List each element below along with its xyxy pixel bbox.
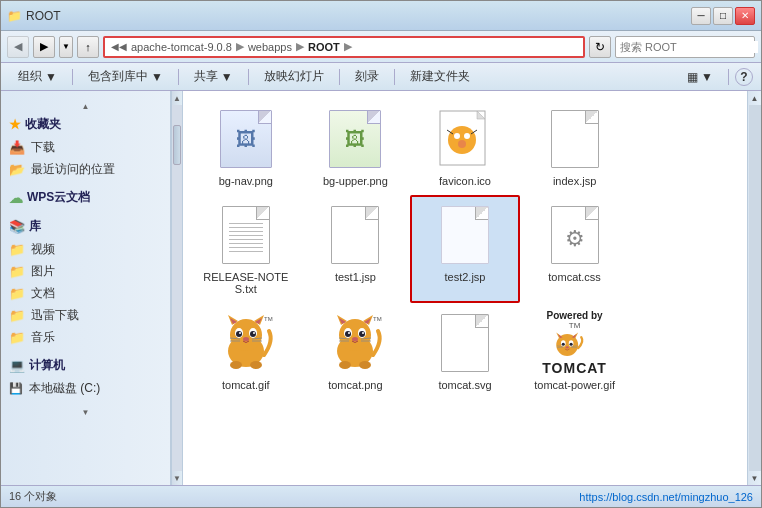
folder-title-icon: 📁 — [7, 9, 22, 23]
view-dropdown-icon: ▼ — [701, 70, 713, 84]
powered-container: Powered by TM — [542, 310, 607, 376]
search-box[interactable]: 🔍 — [615, 36, 755, 58]
address-sep-1: ▶ — [236, 40, 244, 53]
include-library-label: 包含到库中 — [88, 68, 148, 85]
file-item-test2-jsp[interactable]: test2.jsp — [410, 195, 520, 303]
folder-pictures-icon: 📁 — [9, 264, 25, 279]
sidebar-item-download[interactable]: 📥 下载 — [1, 136, 170, 158]
title-bar-left: 📁 ROOT — [7, 9, 61, 23]
forward-button[interactable]: ▶ — [33, 36, 55, 58]
sidebar-scroll-down[interactable]: ▼ — [80, 405, 92, 419]
file-name-favicon: favicon.ico — [439, 175, 491, 187]
file-item-release-notes[interactable]: RELEASE-NOTES.txt — [191, 195, 301, 303]
toolbar-sep-1 — [72, 69, 73, 85]
include-library-button[interactable]: 包含到库中 ▼ — [79, 66, 172, 88]
search-input[interactable] — [620, 41, 758, 53]
new-folder-button[interactable]: 新建文件夹 — [401, 66, 479, 88]
main-scroll-track — [749, 105, 761, 471]
file-item-bg-upper[interactable]: 🖼 bg-upper.png — [301, 99, 411, 195]
file-item-bg-nav[interactable]: 🖼 bg-nav.png — [191, 99, 301, 195]
file-item-tomcat-css[interactable]: tomcat.css — [520, 195, 630, 303]
bg-upper-icon: 🖼 — [323, 107, 387, 171]
svg-point-4 — [464, 133, 470, 139]
svg-point-26 — [250, 361, 262, 369]
empty-slot-row1 — [629, 195, 739, 303]
release-notes-icon — [214, 203, 278, 267]
share-label: 共享 — [194, 68, 218, 85]
tomcat-text: TOMCAT — [542, 360, 607, 376]
svg-point-36 — [345, 331, 351, 337]
sidebar-item-xunlei[interactable]: 📁 迅雷下载 — [1, 304, 170, 326]
file-item-index-jsp[interactable]: index.jsp — [520, 99, 630, 195]
maximize-button[interactable]: □ — [713, 7, 733, 25]
help-icon: ? — [740, 70, 747, 84]
toolbar-sep-6 — [728, 69, 729, 85]
title-bar: 📁 ROOT ─ □ ✕ — [1, 1, 761, 31]
tomcat-power-svg — [550, 330, 600, 360]
sidebar-computer-title[interactable]: 💻 计算机 — [1, 354, 170, 377]
minimize-button[interactable]: ─ — [691, 7, 711, 25]
new-folder-label: 新建文件夹 — [410, 68, 470, 85]
organize-button[interactable]: 组织 ▼ — [9, 66, 66, 88]
svg-point-40 — [352, 337, 358, 341]
address-box[interactable]: ◀◀ apache-tomcat-9.0.8 ▶ webapps ▶ ROOT … — [103, 36, 585, 58]
main-scroll-up[interactable]: ▲ — [748, 91, 762, 105]
cloud-icon: ☁ — [9, 190, 23, 206]
sidebar-pictures-label: 图片 — [31, 263, 55, 280]
share-button[interactable]: 共享 ▼ — [185, 66, 242, 88]
powered-by-text: Powered by — [547, 310, 603, 321]
sidebar-favorites-title[interactable]: ★ 收藏夹 — [1, 113, 170, 136]
file-item-tomcat-svg[interactable]: tomcat.svg — [410, 303, 520, 399]
test2-jsp-icon — [433, 203, 497, 267]
library-icon: 📚 — [9, 219, 25, 234]
svg-point-56 — [569, 343, 572, 346]
sidebar-scrollbar-up[interactable]: ▲ — [171, 91, 183, 105]
file-item-tomcat-power[interactable]: Powered by TM — [520, 303, 630, 399]
address-path-part-3: ROOT — [308, 41, 340, 53]
sidebar-item-pictures[interactable]: 📁 图片 — [1, 260, 170, 282]
view-button[interactable]: ▦ ▼ — [678, 66, 722, 88]
sidebar-item-music[interactable]: 📁 音乐 — [1, 326, 170, 348]
burn-button[interactable]: 刻录 — [346, 66, 388, 88]
sidebar-scrollbar-down[interactable]: ▼ — [171, 471, 183, 485]
sidebar-scroll-up[interactable]: ▲ — [80, 99, 92, 113]
sidebar-item-documents[interactable]: 📁 文档 — [1, 282, 170, 304]
help-button[interactable]: ? — [735, 68, 753, 86]
sidebar-scroll-thumb — [173, 125, 181, 165]
svg-point-29 — [339, 319, 371, 351]
file-item-test1-jsp[interactable]: test1.jsp — [301, 195, 411, 303]
toolbar-sep-2 — [178, 69, 179, 85]
file-item-favicon[interactable]: favicon.ico — [410, 99, 520, 195]
close-button[interactable]: ✕ — [735, 7, 755, 25]
view-icon: ▦ — [687, 70, 698, 84]
sidebar-item-hdd-c[interactable]: 💾 本地磁盘 (C:) — [1, 377, 170, 399]
sidebar-library-title[interactable]: 📚 库 — [1, 215, 170, 238]
file-item-tomcat-gif[interactable]: TM tomcat.gif — [191, 303, 301, 399]
refresh-button[interactable]: ↻ — [589, 36, 611, 58]
sidebar-wps-title[interactable]: ☁ WPS云文档 — [1, 186, 170, 209]
main-scrollbar[interactable]: ▲ ▼ — [747, 91, 761, 485]
sidebar-item-video[interactable]: 📁 视频 — [1, 238, 170, 260]
computer-icon: 💻 — [9, 358, 25, 373]
file-item-tomcat-png[interactable]: TM tomcat.png — [301, 303, 411, 399]
empty-slot-row0 — [629, 99, 739, 195]
sidebar-section-library: 📚 库 📁 视频 📁 图片 📁 文档 📁 迅雷下载 — [1, 215, 170, 348]
svg-point-46 — [359, 361, 371, 369]
up-button[interactable]: ↑ — [77, 36, 99, 58]
include-library-dropdown-icon: ▼ — [151, 70, 163, 84]
sidebar-xunlei-label: 迅雷下载 — [31, 307, 79, 324]
bg-nav-icon: 🖼 — [214, 107, 278, 171]
tomcat-power-icon: Powered by TM — [543, 311, 607, 375]
sidebar-item-recent[interactable]: 📂 最近访问的位置 — [1, 158, 170, 180]
main-scroll-down[interactable]: ▼ — [748, 471, 762, 485]
svg-point-38 — [348, 332, 350, 334]
back-button[interactable]: ◀ — [7, 36, 29, 58]
svg-text:TM: TM — [373, 316, 382, 322]
sidebar-scrollbar[interactable]: ▲ ▼ — [171, 91, 183, 485]
slideshow-button[interactable]: 放映幻灯片 — [255, 66, 333, 88]
hdd-c-icon: 💾 — [9, 382, 23, 395]
svg-text:TM: TM — [264, 316, 273, 322]
file-grid: 🖼 bg-nav.png 🖼 bg-upper.png — [183, 91, 747, 485]
history-dropdown-button[interactable]: ▼ — [59, 36, 73, 58]
sidebar-computer-label: 计算机 — [29, 357, 65, 374]
